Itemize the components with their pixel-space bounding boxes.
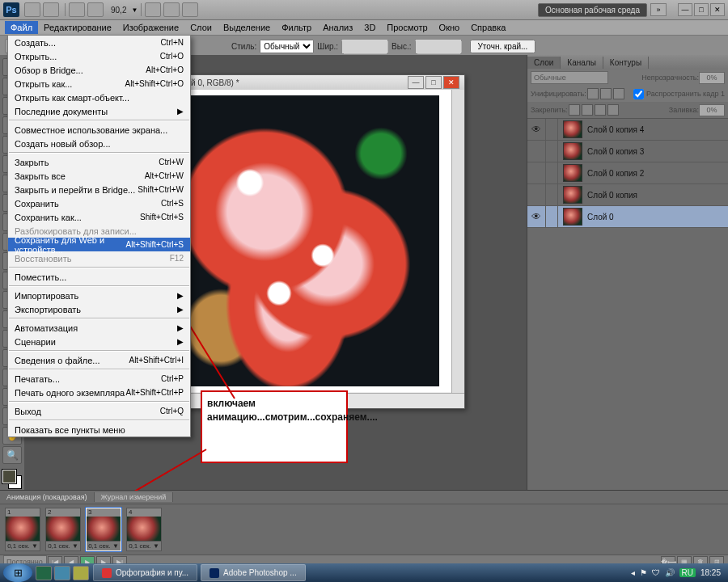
- layer-name[interactable]: Слой 0: [587, 213, 614, 221]
- animation-frame[interactable]: 10,1 сек. ▼: [5, 508, 40, 551]
- menu-item[interactable]: Сохранить как...Shift+Ctrl+S: [8, 210, 190, 224]
- layer-visibility-icon[interactable]: 👁: [527, 206, 546, 227]
- fill-value[interactable]: 0%: [699, 104, 725, 116]
- tab-measurements[interactable]: Журнал измерений: [95, 492, 174, 502]
- layer-row[interactable]: Слой 0 копия: [527, 184, 728, 206]
- zoom-chevron-icon[interactable]: ▼: [131, 6, 138, 14]
- animation-frame[interactable]: 30,1 сек. ▼: [86, 508, 121, 551]
- minimize-button[interactable]: —: [678, 3, 692, 16]
- layer-name[interactable]: Слой 0 копия 4: [587, 125, 644, 134]
- layer-thumbnail[interactable]: [563, 142, 582, 160]
- taskbar-task[interactable]: Орфография и пу...: [93, 564, 197, 581]
- vertical-scrollbar[interactable]: [451, 90, 464, 394]
- layer-thumbnail[interactable]: [563, 164, 582, 182]
- menu-item[interactable]: Закрыть всеAlt+Ctrl+W: [8, 169, 190, 183]
- tray-chevron-icon[interactable]: ◂: [631, 568, 635, 577]
- menu-item[interactable]: СохранитьCtrl+S: [8, 196, 190, 210]
- menu-item[interactable]: Последние документы▶: [8, 104, 190, 118]
- layer-row[interactable]: 👁Слой 0: [527, 206, 728, 228]
- menu-item[interactable]: Создать...Ctrl+N: [8, 36, 190, 49]
- menu-item[interactable]: Открыть как...Alt+Shift+Ctrl+O: [8, 77, 190, 91]
- layer-name[interactable]: Слой 0 копия 2: [587, 169, 644, 178]
- unify-pos-icon[interactable]: [587, 88, 599, 99]
- blend-mode-select[interactable]: Обычные: [531, 71, 608, 84]
- frame-delay[interactable]: 0,1 сек. ▼: [6, 541, 40, 550]
- layer-link-col[interactable]: [546, 119, 558, 140]
- layer-name[interactable]: Слой 0 копия: [587, 191, 637, 200]
- style-select[interactable]: Обычный: [260, 40, 314, 53]
- tray-clock[interactable]: 18:25: [700, 568, 721, 577]
- taskbar-task[interactable]: Adobe Photoshop ...: [201, 564, 306, 581]
- menu-item[interactable]: Открыть...Ctrl+O: [8, 49, 190, 63]
- close-button[interactable]: ✕: [710, 3, 725, 16]
- lock-all-icon[interactable]: [607, 104, 619, 116]
- quicklaunch-icon[interactable]: [54, 566, 70, 580]
- workspace-switcher[interactable]: Основная рабочая среда: [538, 3, 647, 17]
- layer-row[interactable]: 👁Слой 0 копия 4: [527, 119, 728, 141]
- tab-layers[interactable]: Слои: [527, 57, 561, 69]
- layer-row[interactable]: Слой 0 копия 2: [527, 162, 728, 184]
- layer-row[interactable]: Слой 0 копия 3: [527, 141, 728, 162]
- menu-анализ[interactable]: Анализ: [317, 21, 358, 34]
- menu-справка[interactable]: Справка: [465, 21, 511, 34]
- menu-item[interactable]: Создать новый обзор...: [8, 137, 190, 150]
- menu-файл[interactable]: Файл: [5, 21, 38, 34]
- menu-просмотр[interactable]: Просмотр: [381, 21, 433, 34]
- menu-item[interactable]: Совместное использование экрана...: [8, 123, 190, 137]
- menu-item[interactable]: Импортировать▶: [8, 289, 190, 302]
- start-button[interactable]: ⊞: [3, 563, 32, 582]
- tray-lang[interactable]: RU: [679, 568, 696, 577]
- menu-изображение[interactable]: Изображение: [117, 21, 184, 34]
- frame-delay[interactable]: 0,1 сек. ▼: [127, 541, 161, 550]
- menu-item[interactable]: Показать все пункты меню: [8, 423, 190, 436]
- menu-фильтр[interactable]: Фильтр: [276, 21, 317, 34]
- menu-item[interactable]: ЗакрытьCtrl+W: [8, 155, 190, 169]
- maximize-button[interactable]: □: [694, 3, 709, 16]
- tray-icon[interactable]: ⚑: [640, 568, 647, 577]
- menu-item[interactable]: Печать одного экземпляраAlt+Shift+Ctrl+P: [8, 386, 190, 399]
- layer-name[interactable]: Слой 0 копия 3: [587, 147, 644, 156]
- opacity-value[interactable]: 0%: [699, 72, 725, 84]
- menu-item[interactable]: Автоматизация▶: [8, 321, 190, 335]
- view-doc-icon[interactable]: [87, 2, 104, 17]
- propagate-checkbox[interactable]: [633, 89, 644, 99]
- layer-thumbnail[interactable]: [563, 186, 582, 204]
- fg-color-swatch[interactable]: [2, 470, 16, 483]
- frame-delay[interactable]: 0,1 сек. ▼: [46, 541, 80, 550]
- height-input[interactable]: [415, 39, 462, 54]
- layer-link-col[interactable]: [546, 162, 558, 183]
- hand-icon[interactable]: [145, 2, 161, 17]
- menu-item[interactable]: Сценарии▶: [8, 335, 190, 348]
- menu-item[interactable]: Открыть как смарт-объект...: [8, 91, 190, 104]
- bridge-icon[interactable]: [24, 2, 40, 17]
- expand-panels-icon[interactable]: »: [650, 3, 667, 16]
- zoom-level[interactable]: 90,2: [111, 6, 126, 15]
- layer-visibility-icon[interactable]: [527, 184, 546, 205]
- animation-frame[interactable]: 20,1 сек. ▼: [45, 508, 81, 551]
- unify-vis-icon[interactable]: [600, 88, 612, 99]
- doc-minimize-button[interactable]: —: [408, 76, 424, 89]
- layer-thumbnail[interactable]: [563, 208, 582, 226]
- menu-item[interactable]: Поместить...: [8, 270, 190, 284]
- layer-visibility-icon[interactable]: [527, 162, 546, 183]
- quicklaunch-icon[interactable]: [73, 566, 89, 580]
- menu-item[interactable]: Сведения о файле...Alt+Shift+Ctrl+I: [8, 353, 190, 367]
- frame-delay[interactable]: 0,1 сек. ▼: [87, 541, 121, 550]
- lock-pixels-icon[interactable]: [582, 104, 593, 116]
- menu-редактирование[interactable]: Редактирование: [38, 21, 117, 34]
- menu-3d[interactable]: 3D: [358, 21, 381, 34]
- menu-item[interactable]: Печатать...Ctrl+P: [8, 372, 190, 386]
- unify-style-icon[interactable]: [613, 88, 624, 99]
- animation-frame[interactable]: 40,1 сек. ▼: [126, 508, 162, 551]
- layer-link-col[interactable]: [546, 141, 558, 162]
- lock-trans-icon[interactable]: [569, 104, 580, 116]
- tab-paths[interactable]: Контуры: [603, 57, 649, 69]
- arrange-docs-icon[interactable]: [163, 2, 180, 17]
- menu-item[interactable]: Сохранить для Web и устройств...Alt+Shif…: [8, 238, 190, 251]
- layer-visibility-icon[interactable]: [527, 141, 546, 162]
- color-swatches[interactable]: [2, 470, 22, 489]
- menu-слои[interactable]: Слои: [184, 21, 218, 34]
- tray-icon[interactable]: 🔊: [665, 568, 675, 577]
- tab-animation[interactable]: Анимация (покадровая): [0, 492, 95, 502]
- menu-item[interactable]: Закрыть и перейти в Bridge...Shift+Ctrl+…: [8, 183, 190, 196]
